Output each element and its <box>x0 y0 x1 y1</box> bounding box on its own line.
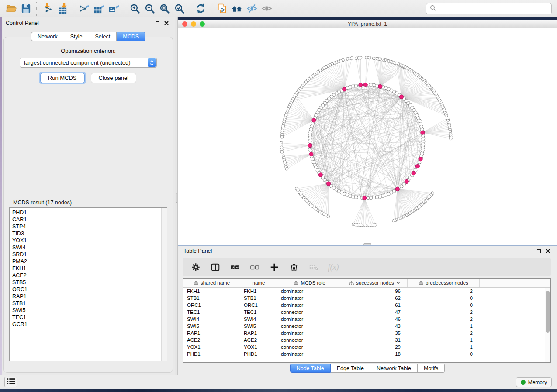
import-network-icon[interactable] <box>40 2 55 16</box>
table-cell: 62 <box>342 295 408 302</box>
show-all-icon[interactable] <box>259 2 274 16</box>
float-panel-icon[interactable] <box>156 21 159 25</box>
close-panel-button[interactable]: Close panel <box>91 73 137 83</box>
mcds-list-scrollbar[interactable] <box>161 208 167 361</box>
export-network-icon[interactable] <box>76 2 91 16</box>
tab-style[interactable]: Style <box>64 32 89 41</box>
mcds-result-item[interactable]: STP4 <box>12 223 164 230</box>
tab-motifs[interactable]: Motifs <box>418 364 445 373</box>
mcds-result-item[interactable]: TID3 <box>12 230 164 237</box>
tab-mcds[interactable]: MCDS <box>117 32 145 41</box>
table-settings-icon[interactable] <box>190 262 201 272</box>
table-row[interactable]: SWI5SWI5connector431 <box>183 323 550 330</box>
mcds-result-item[interactable]: SWI4 <box>12 244 164 251</box>
table-toolbar: f(x) <box>183 258 551 276</box>
mcds-result-item[interactable]: ORC1 <box>12 286 164 293</box>
control-panel-title: Control Panel <box>6 20 39 26</box>
mcds-result-item[interactable]: STB5 <box>12 279 164 286</box>
search-icon <box>430 5 436 13</box>
column-header-predecessor-nodes[interactable]: predecessor nodes <box>408 279 480 287</box>
mcds-result-list[interactable]: PHD1CAR1STP4TID3YOX1SWI4SRD1PMA2FKH1ACE2… <box>9 207 167 361</box>
table-cell: dominator <box>277 351 342 358</box>
table-row[interactable]: ACE2ACE2connector311 <box>183 337 550 344</box>
table-row[interactable]: RAP1RAP1dominator352 <box>183 330 550 337</box>
zoom-in-icon[interactable] <box>127 2 142 16</box>
tab-select[interactable]: Select <box>89 32 117 41</box>
tab-node-table[interactable]: Node Table <box>290 364 331 373</box>
table-cell: 1 <box>408 337 480 344</box>
optimization-criterion-select[interactable]: largest connected component (undirected) <box>20 58 157 68</box>
horizontal-splitter-handle[interactable] <box>363 243 371 245</box>
table-cell: 2 <box>408 330 480 337</box>
mcds-result-item[interactable]: SWI5 <box>12 307 164 314</box>
float-table-panel-icon[interactable] <box>537 249 541 253</box>
deselect-all-rows-icon[interactable] <box>249 262 260 272</box>
mcds-result-item[interactable]: ACE2 <box>12 272 164 279</box>
duplicate-network-icon[interactable] <box>214 2 229 16</box>
import-table-icon[interactable] <box>55 2 69 16</box>
mcds-result-item[interactable]: STB1 <box>12 300 164 307</box>
column-header-successor-nodes[interactable]: successor nodes <box>342 279 408 287</box>
splitter-handle[interactable] <box>176 193 177 203</box>
tab-edge-table[interactable]: Edge Table <box>331 364 370 373</box>
mcds-result-item[interactable]: GCR1 <box>12 321 164 328</box>
mcds-result-item[interactable]: TEC1 <box>12 314 164 321</box>
delete-columns-icon[interactable] <box>289 262 299 272</box>
run-mcds-button[interactable]: Run MCDS <box>40 73 85 83</box>
table-row[interactable]: TEC1TEC1connector472 <box>183 309 550 316</box>
mcds-result-item[interactable]: RAP1 <box>12 293 164 300</box>
apply-layout-icon[interactable] <box>193 2 208 16</box>
table-scrollbar[interactable] <box>545 288 550 362</box>
zoom-fit-icon[interactable] <box>157 2 172 16</box>
main-toolbar <box>0 0 557 17</box>
table-cell: ORC1 <box>240 302 277 309</box>
mcds-result-item[interactable]: PMA2 <box>12 258 164 265</box>
zoom-selected-icon[interactable] <box>172 2 187 16</box>
table-cell: TEC1 <box>240 309 277 316</box>
tab-network-table[interactable]: Network Table <box>370 364 418 373</box>
table-panel-title: Table Panel <box>183 248 212 254</box>
save-session-icon[interactable] <box>18 2 33 16</box>
mcds-result-item[interactable]: YOX1 <box>12 237 164 244</box>
mcds-result-item[interactable]: CAR1 <box>12 216 164 223</box>
optimization-criterion-label: Optimization criterion: <box>4 48 173 54</box>
export-image-icon[interactable] <box>106 2 121 16</box>
table-row[interactable]: FKH1FKH1dominator962 <box>183 288 550 295</box>
table-row[interactable]: STB1STB1dominator620 <box>183 295 550 302</box>
mcds-result-item[interactable]: FKH1 <box>12 265 164 272</box>
table-cell: 0 <box>408 295 480 302</box>
export-table-icon[interactable] <box>91 2 106 16</box>
search-box[interactable] <box>426 3 552 14</box>
open-session-icon[interactable] <box>3 2 18 16</box>
table-scrollbar-thumb[interactable] <box>546 291 550 333</box>
column-header-MCDS-role[interactable]: MCDS role <box>277 279 342 287</box>
table-row[interactable]: SWI4SWI4dominator462 <box>183 316 550 323</box>
search-input[interactable] <box>439 6 551 12</box>
mcds-result-item[interactable]: PHD1 <box>12 209 164 216</box>
network-window-titlebar[interactable]: YPA_prune.txt_1 <box>178 20 557 28</box>
mcds-result-item[interactable]: SRD1 <box>12 251 164 258</box>
column-header-name[interactable]: name <box>240 279 277 287</box>
table-cell: 35 <box>342 330 408 337</box>
table-cell: SWI5 <box>240 323 277 330</box>
table-row[interactable]: ORC1ORC1dominator610 <box>183 302 550 309</box>
column-header-shared-name[interactable]: shared name <box>183 279 240 287</box>
table-cell: 46 <box>342 316 408 323</box>
panel-list-button[interactable] <box>4 377 17 387</box>
table-mode-icon[interactable] <box>210 262 221 272</box>
table-row[interactable]: YOX1YOX1connector291 <box>183 344 550 351</box>
toolbar-divider <box>36 2 37 16</box>
first-neighbors-icon[interactable] <box>229 2 244 16</box>
table-row[interactable]: PHD1PHD1dominator180 <box>183 351 550 358</box>
tab-network[interactable]: Network <box>31 32 64 41</box>
network-canvas[interactable] <box>178 28 557 245</box>
table-panel: Table Panel f(x) shared namenameMCDS rol… <box>178 246 557 375</box>
zoom-out-icon[interactable] <box>142 2 157 16</box>
close-panel-icon[interactable] <box>164 19 169 27</box>
close-table-panel-icon[interactable] <box>546 247 550 255</box>
memory-button[interactable]: Memory <box>516 377 552 387</box>
hide-selected-icon[interactable] <box>244 2 259 16</box>
select-all-rows-icon[interactable] <box>230 262 240 272</box>
add-column-icon[interactable] <box>269 262 280 272</box>
vertical-splitter[interactable] <box>175 17 178 375</box>
